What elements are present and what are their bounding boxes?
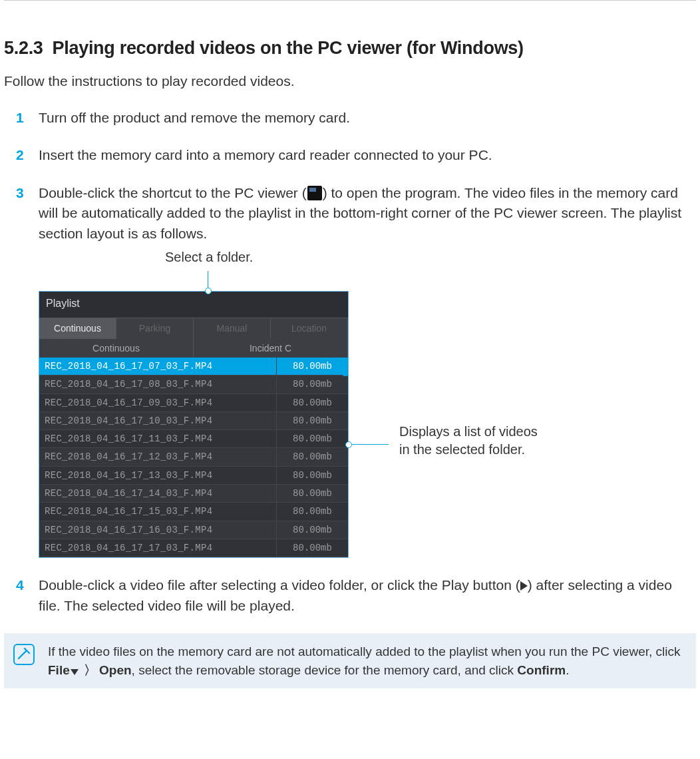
file-name: REC_2018_04_16_17_08_03_F.MP4 xyxy=(39,376,276,393)
intro-text: Follow the instructions to play recorded… xyxy=(4,73,696,89)
tab-manual[interactable]: Manual xyxy=(194,318,271,338)
note-confirm-label: Confirm xyxy=(517,663,566,677)
note-text: If the video files on the memory card ar… xyxy=(48,642,685,679)
file-name: REC_2018_04_16_17_13_03_F.MP4 xyxy=(39,467,276,484)
file-size: 80.00mb xyxy=(276,376,348,393)
file-size: 80.00mb xyxy=(276,467,348,484)
playlist-title: Playlist xyxy=(39,292,348,318)
file-size: 80.00mb xyxy=(276,448,348,465)
step-2: 2 Insert the memory card into a memory c… xyxy=(31,145,696,165)
chevron-right-icon: 〉 xyxy=(84,663,96,677)
tab-location[interactable]: Location xyxy=(271,318,348,338)
callout-select-folder: Select a folder. xyxy=(165,248,696,267)
file-size: 80.00mb xyxy=(276,485,348,502)
file-row[interactable]: REC_2018_04_16_17_10_03_F.MP480.00mb xyxy=(39,412,348,430)
section-title-text: Playing recorded videos on the PC viewer… xyxy=(53,38,524,58)
file-row[interactable]: REC_2018_04_16_17_14_03_F.MP480.00mb xyxy=(39,485,348,503)
callout-side-line2: in the selected folder. xyxy=(399,442,525,457)
file-size: 80.00mb xyxy=(276,412,348,429)
file-name: REC_2018_04_16_17_15_03_F.MP4 xyxy=(39,503,276,520)
file-size: 80.00mb xyxy=(276,430,348,447)
file-row[interactable]: REC_2018_04_16_17_16_03_F.MP480.00mb xyxy=(39,521,348,539)
file-list[interactable]: REC_2018_04_16_17_07_03_F.MP480.00mbREC_… xyxy=(39,358,348,557)
note-pre: If the video files on the memory card ar… xyxy=(48,644,680,658)
step-number: 1 xyxy=(16,108,24,128)
playlist-subtab-row: Continuous Incident C xyxy=(39,339,348,358)
dropdown-icon xyxy=(71,669,79,675)
note-end: . xyxy=(566,663,569,677)
step-1: 1 Turn off the product and remove the me… xyxy=(31,108,696,128)
file-name: REC_2018_04_16_17_10_03_F.MP4 xyxy=(39,412,276,429)
step-3: 3 Double-click the shortcut to the PC vi… xyxy=(31,183,696,558)
file-row[interactable]: REC_2018_04_16_17_11_03_F.MP480.00mb xyxy=(39,430,348,448)
step-number: 4 xyxy=(16,575,24,595)
file-name: REC_2018_04_16_17_16_03_F.MP4 xyxy=(39,521,276,539)
file-name: REC_2018_04_16_17_07_03_F.MP4 xyxy=(39,358,276,375)
file-name: REC_2018_04_16_17_09_03_F.MP4 xyxy=(39,394,276,411)
subtab-continuous[interactable]: Continuous xyxy=(39,339,194,358)
tab-continuous[interactable]: Continuous xyxy=(39,318,116,338)
callout-side-line1: Displays a list of videos xyxy=(399,424,538,439)
subtab-incident[interactable]: Incident C xyxy=(194,339,348,358)
file-row[interactable]: REC_2018_04_16_17_08_03_F.MP480.00mb xyxy=(39,376,348,393)
note-file-label: File xyxy=(48,663,70,677)
section-heading: 5.2.3Playing recorded videos on the PC v… xyxy=(4,14,696,71)
step-text: Turn off the product and remove the memo… xyxy=(39,110,350,125)
tab-parking[interactable]: Parking xyxy=(116,318,194,338)
note-open-label: Open xyxy=(99,663,132,677)
file-size: 80.00mb xyxy=(276,521,348,539)
playlist-panel: Playlist Continuous Parking Manual Locat… xyxy=(39,291,349,558)
file-row[interactable]: REC_2018_04_16_17_12_03_F.MP480.00mb xyxy=(39,448,348,466)
callout-line-icon xyxy=(208,271,208,291)
file-row[interactable]: REC_2018_04_16_17_13_03_F.MP480.00mb xyxy=(39,467,348,485)
file-size: 80.00mb xyxy=(276,539,348,557)
svg-rect-0 xyxy=(14,644,34,664)
file-row[interactable]: REC_2018_04_16_17_09_03_F.MP480.00mb xyxy=(39,394,348,412)
file-name: REC_2018_04_16_17_17_03_F.MP4 xyxy=(39,539,276,557)
playlist-tab-row: Continuous Parking Manual Location xyxy=(39,318,348,338)
step-4: 4 Double-click a video file after select… xyxy=(31,575,696,616)
pc-viewer-shortcut-icon xyxy=(307,186,322,200)
callout-line-icon xyxy=(349,444,389,445)
file-name: REC_2018_04_16_17_12_03_F.MP4 xyxy=(39,448,276,465)
step-text-pre: Double-click a video file after selectin… xyxy=(39,577,520,593)
file-name: REC_2018_04_16_17_11_03_F.MP4 xyxy=(39,430,276,447)
file-row[interactable]: REC_2018_04_16_17_17_03_F.MP480.00mb xyxy=(39,539,348,557)
note-mid: , select the removable storage device fo… xyxy=(132,663,518,677)
file-size: 80.00mb xyxy=(276,394,348,411)
scrollbar-thumb[interactable] xyxy=(343,358,348,376)
section-number: 5.2.3 xyxy=(4,38,43,58)
file-size: 80.00mb xyxy=(276,358,348,375)
step-number: 2 xyxy=(16,145,24,165)
play-icon xyxy=(520,581,528,591)
step-text-pre: Double-click the shortcut to the PC view… xyxy=(39,185,307,200)
file-row[interactable]: REC_2018_04_16_17_15_03_F.MP480.00mb xyxy=(39,503,348,521)
note-box: If the video files on the memory card ar… xyxy=(4,633,696,688)
step-number: 3 xyxy=(16,183,24,203)
file-name: REC_2018_04_16_17_14_03_F.MP4 xyxy=(39,485,276,502)
file-row[interactable]: REC_2018_04_16_17_07_03_F.MP480.00mb xyxy=(39,358,348,376)
step-text: Insert the memory card into a memory car… xyxy=(39,147,492,162)
callout-video-list: Displays a list of videos in the selecte… xyxy=(349,391,538,459)
note-icon xyxy=(12,642,41,669)
callout-side-text: Displays a list of videos in the selecte… xyxy=(399,423,538,459)
file-size: 80.00mb xyxy=(276,503,348,520)
